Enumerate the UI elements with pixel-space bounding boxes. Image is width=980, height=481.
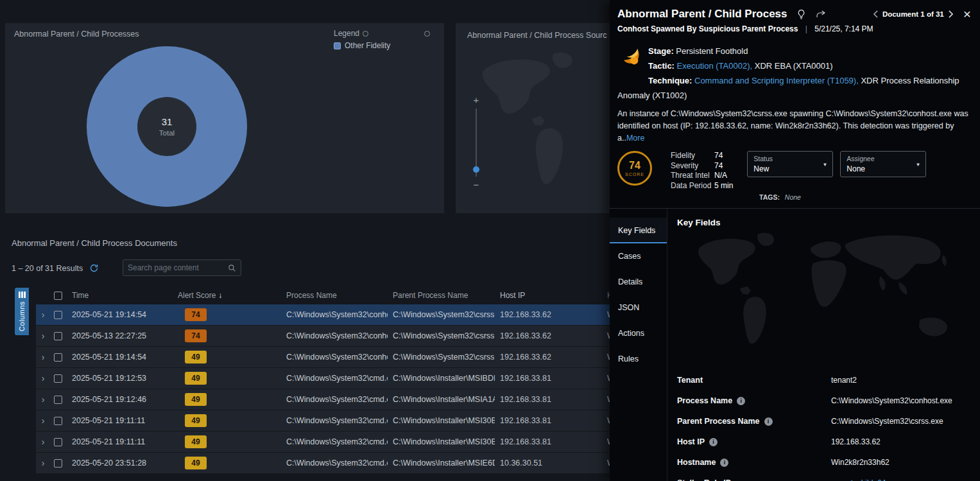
key-fields-list: Tenant i tenant2 Process Name i C:\Windo… xyxy=(677,370,980,481)
row-checkbox[interactable] xyxy=(50,374,67,383)
next-document-icon[interactable] xyxy=(949,10,953,18)
search-icon[interactable] xyxy=(228,264,236,272)
cell-process-name: C:\Windows\System32\conhost.exe xyxy=(281,331,388,340)
key-field-value: parent_child_64 xyxy=(831,478,886,481)
metric-row: Threat Intel N/A xyxy=(671,171,733,181)
metric-label: Data Period xyxy=(671,181,714,191)
cell-host-ip: 192.168.33.81 xyxy=(495,395,602,404)
row-expander-icon[interactable]: › xyxy=(36,373,50,383)
tactic-link[interactable]: Execution (TA0002), xyxy=(677,61,753,71)
zoom-slider-handle[interactable] xyxy=(473,166,479,173)
row-checkbox[interactable] xyxy=(50,310,67,319)
more-link[interactable]: More xyxy=(626,134,644,143)
legend-title: Legend xyxy=(334,29,359,38)
zoom-out-button[interactable]: − xyxy=(474,180,479,190)
zoom-in-button[interactable]: + xyxy=(474,95,479,105)
alert-detail-panel: Abnormal Parent / Child Process Document… xyxy=(610,0,980,481)
header-host-ip[interactable]: Host IP xyxy=(495,291,602,300)
prev-document-icon[interactable] xyxy=(873,10,878,18)
detail-tab[interactable]: Details xyxy=(610,269,667,295)
cell-host-ip: 192.168.33.62 xyxy=(495,331,602,340)
geo-map[interactable] xyxy=(676,230,979,366)
cell-alert-score: 49 xyxy=(173,351,281,363)
cell-process-name: C:\Windows\System32\cmd.exe xyxy=(281,395,388,404)
share-icon[interactable] xyxy=(815,9,827,19)
documents-title: Abnormal Parent / Child Process Document… xyxy=(12,238,177,248)
technique-link[interactable]: Command and Scripting Interpreter (T1059… xyxy=(694,76,859,85)
cell-process-name: C:\Windows\System32\conhost.exe xyxy=(281,310,388,319)
detail-tab[interactable]: JSON xyxy=(610,295,667,320)
alert-score-badge: 74 xyxy=(185,308,207,321)
cell-host-ip: 192.168.33.62 xyxy=(495,310,602,319)
header-checkbox[interactable] xyxy=(50,291,67,300)
row-checkbox[interactable] xyxy=(50,416,67,425)
row-checkbox[interactable] xyxy=(50,353,67,362)
row-expander-icon[interactable]: › xyxy=(36,437,50,447)
tactic-label: Tactic: xyxy=(648,61,675,71)
metric-label: Threat Intel xyxy=(671,171,714,181)
donut-chart[interactable]: 31 Total xyxy=(87,46,247,207)
technique-label: Technique: xyxy=(648,76,692,85)
key-field-row: Process Name i C:\Windows\System32\conho… xyxy=(677,390,980,411)
row-expander-icon[interactable]: › xyxy=(36,331,50,341)
detail-tab[interactable]: Rules xyxy=(610,346,667,372)
search-input[interactable] xyxy=(128,263,228,272)
header-process-name[interactable]: Process Name xyxy=(281,291,388,300)
panel-options-icon[interactable] xyxy=(424,31,430,37)
cell-alert-score: 49 xyxy=(173,457,281,469)
cell-time: 2025-05-21 19:12:53 xyxy=(67,374,173,383)
row-expander-icon[interactable]: › xyxy=(36,394,50,405)
legend-item-other-fidelity[interactable]: Other Fidelity xyxy=(334,41,390,50)
status-caret-icon: ▼ xyxy=(822,162,827,168)
key-field-value: 192.168.33.62 xyxy=(831,437,881,446)
assignee-dropdown[interactable]: Assignee None ▼ xyxy=(840,151,926,177)
detail-tab[interactable]: Cases xyxy=(610,243,667,269)
detail-header: Abnormal Parent / Child Process Document… xyxy=(610,0,980,21)
document-position: Document 1 of 31 xyxy=(882,10,944,18)
close-icon[interactable]: × xyxy=(963,8,971,21)
legend-item-label: Other Fidelity xyxy=(345,41,390,50)
lightbulb-icon[interactable] xyxy=(796,8,807,20)
row-checkbox[interactable] xyxy=(50,437,67,446)
row-expander-icon[interactable]: › xyxy=(36,458,50,468)
key-field-label: Stellar Rule ID i xyxy=(677,478,831,481)
row-checkbox[interactable] xyxy=(50,395,67,404)
assignee-dropdown-label: Assignee xyxy=(847,155,920,162)
columns-button[interactable]: Columns xyxy=(15,288,29,335)
columns-icon xyxy=(19,292,26,298)
donut-total-label: Total xyxy=(159,129,175,137)
zoom-slider-track[interactable] xyxy=(476,109,477,177)
info-icon[interactable]: i xyxy=(709,438,718,446)
info-icon[interactable]: i xyxy=(764,417,773,426)
metric-value: 74 xyxy=(714,151,723,161)
score-label: SCORE xyxy=(625,172,644,177)
row-expander-icon[interactable]: › xyxy=(36,352,50,362)
kill-chain-block: Stage: Persistent Foothold Tactic: Execu… xyxy=(617,44,972,103)
status-dropdown[interactable]: Status New ▼ xyxy=(747,151,833,177)
key-field-value: C:\Windows\System32\conhost.exe xyxy=(831,396,952,405)
refresh-icon[interactable] xyxy=(89,263,99,273)
abnormal-processes-chart-panel: Abnormal Parent / Child Processes Legend… xyxy=(5,23,444,213)
cell-host-ip: 10.36.30.51 xyxy=(495,459,602,468)
row-expander-icon[interactable]: › xyxy=(36,310,50,320)
key-field-row: Tenant i tenant2 xyxy=(677,370,980,390)
tactic-rest: XDR EBA (XTA0001) xyxy=(755,61,833,71)
map-panel-title: Abnormal Parent / Child Process Sourc xyxy=(456,23,815,48)
row-checkbox[interactable] xyxy=(50,331,67,340)
row-checkbox[interactable] xyxy=(50,459,67,468)
key-fields-content: Key Fields Tenant i tenant2 Process Name… xyxy=(667,209,980,481)
sort-desc-icon: ↓ xyxy=(218,291,222,300)
row-expander-icon[interactable]: › xyxy=(36,415,50,426)
header-time[interactable]: Time xyxy=(67,291,173,300)
info-icon[interactable]: i xyxy=(737,397,745,405)
detail-tab-list: Key Fields Cases Details JSON Actions Ru… xyxy=(610,209,667,481)
header-parent-process-name[interactable]: Parent Process Name xyxy=(388,291,495,300)
header-alert-score[interactable]: Alert Score↓ xyxy=(173,291,281,300)
info-icon[interactable]: i xyxy=(720,459,728,467)
detail-tab[interactable]: Key Fields xyxy=(610,218,667,243)
legend-info-icon[interactable] xyxy=(363,31,368,37)
score-badge: 74 SCORE xyxy=(617,151,652,186)
detail-tab[interactable]: Actions xyxy=(610,320,667,346)
cell-parent-process-name: C:\Windows\Installer\MSIE6D xyxy=(388,459,495,468)
metric-row: Severity 74 xyxy=(671,161,733,171)
